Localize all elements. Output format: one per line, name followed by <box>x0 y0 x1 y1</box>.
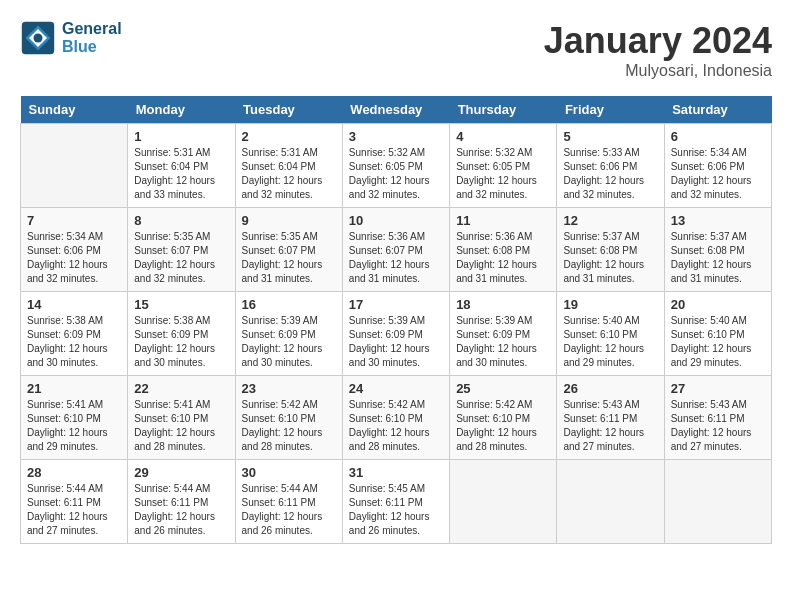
day-number: 2 <box>242 129 336 144</box>
calendar-cell: 6Sunrise: 5:34 AMSunset: 6:06 PMDaylight… <box>664 124 771 208</box>
day-number: 16 <box>242 297 336 312</box>
day-info: Sunrise: 5:44 AMSunset: 6:11 PMDaylight:… <box>27 482 121 538</box>
day-number: 26 <box>563 381 657 396</box>
day-info: Sunrise: 5:38 AMSunset: 6:09 PMDaylight:… <box>27 314 121 370</box>
day-number: 5 <box>563 129 657 144</box>
calendar-cell: 26Sunrise: 5:43 AMSunset: 6:11 PMDayligh… <box>557 376 664 460</box>
calendar-cell: 17Sunrise: 5:39 AMSunset: 6:09 PMDayligh… <box>342 292 449 376</box>
day-info: Sunrise: 5:33 AMSunset: 6:06 PMDaylight:… <box>563 146 657 202</box>
calendar-cell <box>450 460 557 544</box>
day-number: 13 <box>671 213 765 228</box>
day-info: Sunrise: 5:42 AMSunset: 6:10 PMDaylight:… <box>456 398 550 454</box>
calendar-cell: 16Sunrise: 5:39 AMSunset: 6:09 PMDayligh… <box>235 292 342 376</box>
day-number: 15 <box>134 297 228 312</box>
calendar-table: SundayMondayTuesdayWednesdayThursdayFrid… <box>20 96 772 544</box>
day-info: Sunrise: 5:32 AMSunset: 6:05 PMDaylight:… <box>349 146 443 202</box>
day-number: 17 <box>349 297 443 312</box>
calendar-cell <box>557 460 664 544</box>
day-info: Sunrise: 5:41 AMSunset: 6:10 PMDaylight:… <box>134 398 228 454</box>
day-number: 3 <box>349 129 443 144</box>
day-number: 11 <box>456 213 550 228</box>
calendar-cell: 7Sunrise: 5:34 AMSunset: 6:06 PMDaylight… <box>21 208 128 292</box>
weekday-header-row: SundayMondayTuesdayWednesdayThursdayFrid… <box>21 96 772 124</box>
calendar-week-5: 28Sunrise: 5:44 AMSunset: 6:11 PMDayligh… <box>21 460 772 544</box>
calendar-cell: 14Sunrise: 5:38 AMSunset: 6:09 PMDayligh… <box>21 292 128 376</box>
calendar-cell: 1Sunrise: 5:31 AMSunset: 6:04 PMDaylight… <box>128 124 235 208</box>
day-info: Sunrise: 5:38 AMSunset: 6:09 PMDaylight:… <box>134 314 228 370</box>
day-number: 1 <box>134 129 228 144</box>
calendar-cell: 30Sunrise: 5:44 AMSunset: 6:11 PMDayligh… <box>235 460 342 544</box>
day-info: Sunrise: 5:31 AMSunset: 6:04 PMDaylight:… <box>242 146 336 202</box>
day-number: 24 <box>349 381 443 396</box>
day-number: 7 <box>27 213 121 228</box>
svg-point-3 <box>34 34 43 43</box>
calendar-cell: 9Sunrise: 5:35 AMSunset: 6:07 PMDaylight… <box>235 208 342 292</box>
calendar-cell: 4Sunrise: 5:32 AMSunset: 6:05 PMDaylight… <box>450 124 557 208</box>
day-info: Sunrise: 5:41 AMSunset: 6:10 PMDaylight:… <box>27 398 121 454</box>
calendar-cell <box>21 124 128 208</box>
day-number: 28 <box>27 465 121 480</box>
weekday-header-tuesday: Tuesday <box>235 96 342 124</box>
day-info: Sunrise: 5:42 AMSunset: 6:10 PMDaylight:… <box>242 398 336 454</box>
calendar-cell: 11Sunrise: 5:36 AMSunset: 6:08 PMDayligh… <box>450 208 557 292</box>
weekday-header-friday: Friday <box>557 96 664 124</box>
day-number: 27 <box>671 381 765 396</box>
page-header: General Blue January 2024 Mulyosari, Ind… <box>20 20 772 80</box>
day-info: Sunrise: 5:39 AMSunset: 6:09 PMDaylight:… <box>349 314 443 370</box>
day-info: Sunrise: 5:44 AMSunset: 6:11 PMDaylight:… <box>134 482 228 538</box>
day-number: 30 <box>242 465 336 480</box>
day-number: 8 <box>134 213 228 228</box>
calendar-cell: 13Sunrise: 5:37 AMSunset: 6:08 PMDayligh… <box>664 208 771 292</box>
weekday-header-saturday: Saturday <box>664 96 771 124</box>
day-info: Sunrise: 5:37 AMSunset: 6:08 PMDaylight:… <box>671 230 765 286</box>
weekday-header-thursday: Thursday <box>450 96 557 124</box>
day-info: Sunrise: 5:34 AMSunset: 6:06 PMDaylight:… <box>27 230 121 286</box>
day-info: Sunrise: 5:37 AMSunset: 6:08 PMDaylight:… <box>563 230 657 286</box>
day-number: 29 <box>134 465 228 480</box>
day-info: Sunrise: 5:35 AMSunset: 6:07 PMDaylight:… <box>242 230 336 286</box>
weekday-header-wednesday: Wednesday <box>342 96 449 124</box>
logo: General Blue <box>20 20 122 56</box>
calendar-cell: 12Sunrise: 5:37 AMSunset: 6:08 PMDayligh… <box>557 208 664 292</box>
calendar-cell: 23Sunrise: 5:42 AMSunset: 6:10 PMDayligh… <box>235 376 342 460</box>
day-number: 23 <box>242 381 336 396</box>
calendar-week-4: 21Sunrise: 5:41 AMSunset: 6:10 PMDayligh… <box>21 376 772 460</box>
calendar-cell: 29Sunrise: 5:44 AMSunset: 6:11 PMDayligh… <box>128 460 235 544</box>
month-title: January 2024 <box>544 20 772 62</box>
day-number: 20 <box>671 297 765 312</box>
weekday-header-monday: Monday <box>128 96 235 124</box>
calendar-cell: 19Sunrise: 5:40 AMSunset: 6:10 PMDayligh… <box>557 292 664 376</box>
day-info: Sunrise: 5:39 AMSunset: 6:09 PMDaylight:… <box>242 314 336 370</box>
calendar-cell: 3Sunrise: 5:32 AMSunset: 6:05 PMDaylight… <box>342 124 449 208</box>
day-number: 21 <box>27 381 121 396</box>
day-number: 25 <box>456 381 550 396</box>
day-info: Sunrise: 5:39 AMSunset: 6:09 PMDaylight:… <box>456 314 550 370</box>
calendar-cell: 21Sunrise: 5:41 AMSunset: 6:10 PMDayligh… <box>21 376 128 460</box>
calendar-cell: 24Sunrise: 5:42 AMSunset: 6:10 PMDayligh… <box>342 376 449 460</box>
calendar-cell: 5Sunrise: 5:33 AMSunset: 6:06 PMDaylight… <box>557 124 664 208</box>
day-info: Sunrise: 5:45 AMSunset: 6:11 PMDaylight:… <box>349 482 443 538</box>
title-area: January 2024 Mulyosari, Indonesia <box>544 20 772 80</box>
day-number: 9 <box>242 213 336 228</box>
day-number: 19 <box>563 297 657 312</box>
day-info: Sunrise: 5:35 AMSunset: 6:07 PMDaylight:… <box>134 230 228 286</box>
day-info: Sunrise: 5:42 AMSunset: 6:10 PMDaylight:… <box>349 398 443 454</box>
day-info: Sunrise: 5:34 AMSunset: 6:06 PMDaylight:… <box>671 146 765 202</box>
day-info: Sunrise: 5:44 AMSunset: 6:11 PMDaylight:… <box>242 482 336 538</box>
calendar-cell: 27Sunrise: 5:43 AMSunset: 6:11 PMDayligh… <box>664 376 771 460</box>
day-number: 22 <box>134 381 228 396</box>
calendar-week-1: 1Sunrise: 5:31 AMSunset: 6:04 PMDaylight… <box>21 124 772 208</box>
day-number: 10 <box>349 213 443 228</box>
calendar-cell <box>664 460 771 544</box>
calendar-cell: 10Sunrise: 5:36 AMSunset: 6:07 PMDayligh… <box>342 208 449 292</box>
general-blue-logo-icon <box>20 20 56 56</box>
calendar-cell: 18Sunrise: 5:39 AMSunset: 6:09 PMDayligh… <box>450 292 557 376</box>
calendar-cell: 22Sunrise: 5:41 AMSunset: 6:10 PMDayligh… <box>128 376 235 460</box>
day-info: Sunrise: 5:32 AMSunset: 6:05 PMDaylight:… <box>456 146 550 202</box>
day-info: Sunrise: 5:43 AMSunset: 6:11 PMDaylight:… <box>671 398 765 454</box>
calendar-cell: 25Sunrise: 5:42 AMSunset: 6:10 PMDayligh… <box>450 376 557 460</box>
day-info: Sunrise: 5:40 AMSunset: 6:10 PMDaylight:… <box>563 314 657 370</box>
day-number: 6 <box>671 129 765 144</box>
calendar-cell: 8Sunrise: 5:35 AMSunset: 6:07 PMDaylight… <box>128 208 235 292</box>
calendar-week-3: 14Sunrise: 5:38 AMSunset: 6:09 PMDayligh… <box>21 292 772 376</box>
